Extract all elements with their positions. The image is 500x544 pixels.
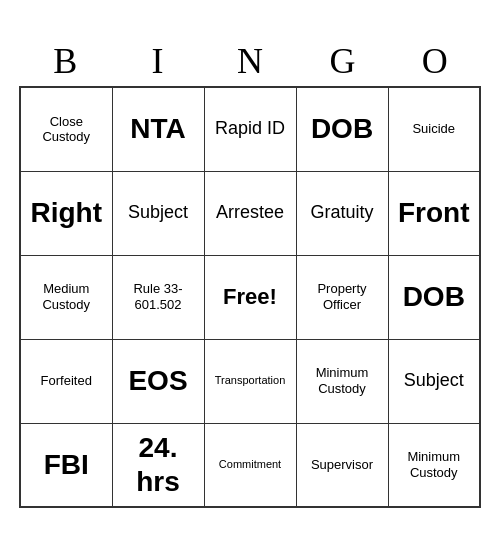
bingo-grid: Close CustodyNTARapid IDDOBSuicideRightS… bbox=[19, 86, 481, 508]
cell-text: Subject bbox=[393, 370, 476, 392]
cell-r1-c2: Arrestee bbox=[204, 171, 296, 255]
cell-text: Subject bbox=[117, 202, 200, 224]
cell-text: FBI bbox=[25, 448, 108, 482]
cell-r4-c0: FBI bbox=[20, 423, 112, 507]
bingo-header: B I N G O bbox=[19, 36, 481, 86]
header-n: N bbox=[204, 36, 296, 86]
cell-r0-c4: Suicide bbox=[388, 87, 480, 171]
cell-r1-c1: Subject bbox=[112, 171, 204, 255]
cell-r1-c0: Right bbox=[20, 171, 112, 255]
cell-r1-c4: Front bbox=[388, 171, 480, 255]
cell-r2-c2: Free! bbox=[204, 255, 296, 339]
cell-r0-c3: DOB bbox=[296, 87, 388, 171]
cell-r0-c0: Close Custody bbox=[20, 87, 112, 171]
cell-r2-c0: Medium Custody bbox=[20, 255, 112, 339]
cell-text: Transportation bbox=[209, 374, 292, 387]
cell-text: DOB bbox=[393, 280, 476, 314]
header-b: B bbox=[19, 36, 111, 86]
cell-text: Front bbox=[393, 196, 476, 230]
cell-r0-c1: NTA bbox=[112, 87, 204, 171]
cell-r2-c4: DOB bbox=[388, 255, 480, 339]
cell-r0-c2: Rapid ID bbox=[204, 87, 296, 171]
cell-r3-c0: Forfeited bbox=[20, 339, 112, 423]
cell-text: Free! bbox=[209, 284, 292, 310]
cell-text: Property Officer bbox=[301, 281, 384, 312]
cell-text: DOB bbox=[301, 112, 384, 146]
cell-r4-c2: Commitment bbox=[204, 423, 296, 507]
cell-r3-c1: EOS bbox=[112, 339, 204, 423]
cell-r4-c3: Supervisor bbox=[296, 423, 388, 507]
cell-r4-c1: 24. hrs bbox=[112, 423, 204, 507]
header-i: I bbox=[111, 36, 203, 86]
cell-r2-c3: Property Officer bbox=[296, 255, 388, 339]
cell-text: Gratuity bbox=[301, 202, 384, 224]
cell-text: NTA bbox=[117, 112, 200, 146]
cell-text: Rule 33-601.502 bbox=[117, 281, 200, 312]
cell-text: Medium Custody bbox=[25, 281, 108, 312]
cell-text: Suicide bbox=[393, 121, 476, 137]
cell-text: Supervisor bbox=[301, 457, 384, 473]
header-o: O bbox=[389, 36, 481, 86]
cell-text: Minimum Custody bbox=[393, 449, 476, 480]
cell-r4-c4: Minimum Custody bbox=[388, 423, 480, 507]
cell-text: EOS bbox=[117, 364, 200, 398]
cell-text: 24. hrs bbox=[117, 431, 200, 498]
cell-text: Commitment bbox=[209, 458, 292, 471]
cell-text: Forfeited bbox=[25, 373, 108, 389]
cell-r2-c1: Rule 33-601.502 bbox=[112, 255, 204, 339]
cell-text: Minimum Custody bbox=[301, 365, 384, 396]
cell-text: Close Custody bbox=[25, 114, 108, 145]
cell-text: Rapid ID bbox=[209, 118, 292, 140]
cell-r3-c4: Subject bbox=[388, 339, 480, 423]
cell-r1-c3: Gratuity bbox=[296, 171, 388, 255]
cell-text: Right bbox=[25, 196, 108, 230]
cell-text: Arrestee bbox=[209, 202, 292, 224]
header-g: G bbox=[296, 36, 388, 86]
cell-r3-c2: Transportation bbox=[204, 339, 296, 423]
cell-r3-c3: Minimum Custody bbox=[296, 339, 388, 423]
